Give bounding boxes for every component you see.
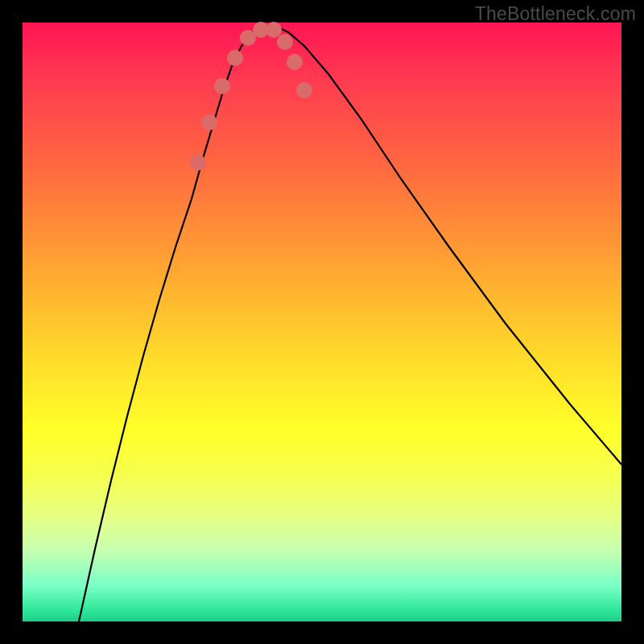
watermark-text: TheBottleneck.com: [475, 3, 636, 25]
bottleneck-curve: [79, 26, 621, 621]
highlight-dot: [227, 50, 243, 66]
highlight-dot: [266, 22, 282, 38]
highlight-dot: [287, 54, 303, 70]
plot-area: [23, 23, 621, 621]
highlight-dot: [201, 114, 217, 130]
chart-frame: TheBottleneck.com: [0, 0, 644, 644]
highlight-dot: [277, 34, 293, 50]
highlight-dot: [214, 78, 230, 94]
highlight-markers: [190, 22, 312, 171]
highlight-dot: [296, 82, 312, 98]
curve-svg: [23, 23, 621, 621]
highlight-dot: [190, 155, 206, 171]
